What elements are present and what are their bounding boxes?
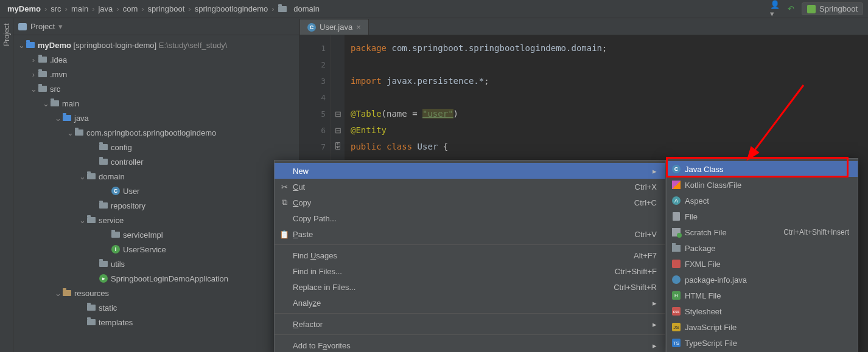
aspect-icon: A [671,196,681,205]
html-icon: H [671,291,681,300]
breadcrumb-bar: myDemo › src › main › java › com › sprin… [0,0,868,18]
submenu-ts[interactable]: TSTypeScript File [667,335,858,351]
run-config-selector[interactable]: Springboot [802,2,863,15]
tree-main[interactable]: main [13,96,299,111]
db-gutter-icon[interactable]: 🗄 [331,139,345,155]
js-icon: JS [671,323,681,331]
css-icon: css [671,307,681,316]
tree-templates[interactable]: ·templates [13,315,299,330]
side-tab-label: Project [2,23,11,46]
crumb-springboot[interactable]: springboot [145,4,187,13]
editor-tabs: C User.java × [299,18,868,35]
submenu-file[interactable]: File [667,209,858,224]
project-side-tab[interactable]: Project [0,18,13,352]
arrow-right-icon: ▸ [653,167,657,176]
tree-root[interactable]: myDemo [springboot-login-demo] E:\study\… [13,38,299,52]
submenu-java-class[interactable]: CJava Class [667,161,858,177]
menu-new[interactable]: New ▸ [275,163,665,179]
menu-find-usages[interactable]: Find UsagesAlt+F7 [275,247,665,263]
tree-java[interactable]: java [13,111,299,125]
submenu-js[interactable]: JSJavaScript File [667,319,858,335]
submenu-fxml[interactable]: FXML File [667,256,858,272]
scratch-icon [671,228,681,236]
cut-icon: ✂ [279,182,289,192]
file-icon [671,212,681,221]
pkginfo-icon [671,275,681,284]
tree-config[interactable]: ·config [13,140,299,154]
back-icon[interactable]: ↶ [786,4,796,14]
menu-replace-in-files[interactable]: Replace in Files...Ctrl+Shift+R [275,279,665,295]
class-icon: C [307,23,316,32]
crumb-src[interactable]: src [48,4,63,13]
submenu-package[interactable]: Package [667,240,858,256]
fxml-icon [671,260,681,268]
menu-find-in-files[interactable]: Find in Files...Ctrl+Shift+F [275,263,665,279]
close-icon[interactable]: × [356,22,361,32]
tree-domain[interactable]: domain [13,169,299,184]
tree-app[interactable]: ·▸SpringbootLoginDemoApplication [13,271,299,286]
ts-icon: TS [671,339,681,347]
tab-label: User.java [320,22,352,32]
tree-userservice[interactable]: ·IUserService [13,242,299,257]
project-icon [18,23,27,30]
menu-paste[interactable]: 📋PasteCtrl+V [275,226,665,242]
project-label: Project [30,22,55,31]
run-config-label: Springboot [819,4,858,13]
submenu-html[interactable]: HHTML File [667,288,858,303]
submenu-css[interactable]: cssStylesheet [667,303,858,319]
tree-utils[interactable]: ·utils [13,257,299,271]
springboot-icon [807,5,816,13]
crumb-root[interactable]: myDemo [5,4,43,13]
topbar-right: 👤▾ ↶ Springboot [770,2,863,15]
project-tree[interactable]: myDemo [springboot-login-demo] E:\study\… [13,35,299,352]
tree-pkg[interactable]: com.springboot.springbootlogindemo [13,125,299,140]
breadcrumb[interactable]: myDemo › src › main › java › com › sprin… [5,4,322,13]
tree-controller[interactable]: ·controller [13,154,299,169]
crumb-demo[interactable]: springbootlogindemo [192,4,271,13]
tree-resources[interactable]: resources [13,286,299,300]
crumb-com[interactable]: com [121,4,141,13]
menu-favorites[interactable]: Add to Favorites▸ [275,337,665,352]
new-submenu[interactable]: CJava Class Kotlin Class/File AAspect Fi… [666,158,858,352]
tree-repository[interactable]: ·repository [13,198,299,213]
tab-user-java[interactable]: C User.java × [299,19,369,35]
menu-copy[interactable]: ⧉CopyCtrl+C [275,195,665,210]
tree-src[interactable]: src [13,81,299,96]
submenu-pkginfo[interactable]: package-info.java [667,272,858,288]
package-icon [671,245,681,252]
submenu-scratch[interactable]: Scratch FileCtrl+Alt+Shift+Insert [667,224,858,240]
submenu-aspect[interactable]: AAspect [667,193,858,209]
crumb-domain[interactable]: domain [276,4,322,13]
menu-copy-path[interactable]: Copy Path... [275,210,665,226]
menu-analyze[interactable]: Analyze▸ [275,295,665,311]
crumb-main[interactable]: main [69,4,91,13]
tree-service[interactable]: service [13,213,299,227]
crumb-java[interactable]: java [96,4,115,13]
submenu-kotlin[interactable]: Kotlin Class/File [667,177,858,193]
tree-static[interactable]: ·static [13,300,299,315]
class-icon: C [671,165,681,173]
menu-cut[interactable]: ✂CutCtrl+X [275,179,665,195]
user-icon[interactable]: 👤▾ [770,4,780,14]
context-menu[interactable]: New ▸ ✂CutCtrl+X ⧉CopyCtrl+C Copy Path..… [274,160,666,352]
kotlin-icon [671,181,681,189]
tree-mvn[interactable]: .mvn [13,67,299,81]
menu-refactor[interactable]: Refactor▸ [275,316,665,332]
tree-idea[interactable]: .idea [13,52,299,67]
tree-user[interactable]: ·CUser [13,184,299,198]
tree-serviceimpl[interactable]: ·serviceImpl [13,227,299,242]
paste-icon: 📋 [279,230,289,239]
copy-icon: ⧉ [279,198,289,207]
